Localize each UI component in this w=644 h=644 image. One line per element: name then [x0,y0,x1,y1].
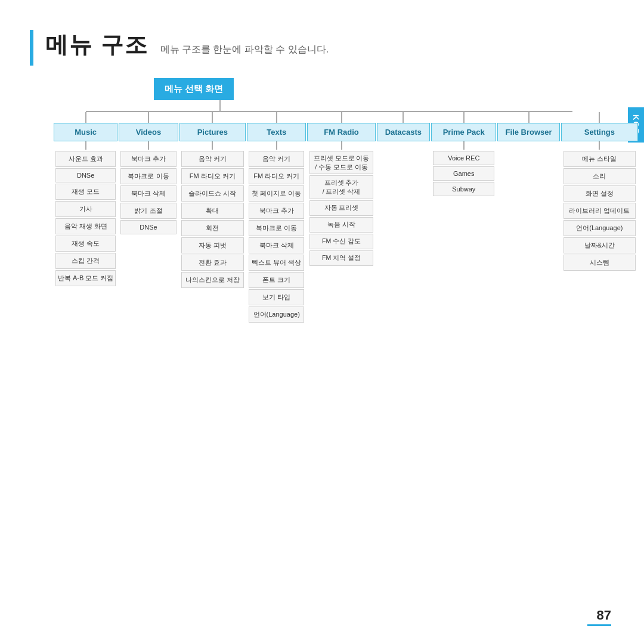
music-item-1: 사운드 효과 [55,151,116,167]
col-texts: Texts 음악 커기 FM 라디오 커기 첫 페이지로 이동 북마크 추가 북… [247,112,306,323]
pictures-item-5: 회전 [181,220,244,236]
music-item-2: DNSe [55,168,116,182]
fmradio-item-5: FM 수신 감도 [309,234,373,249]
fmradio-item-1: 프리셋 모드로 이동/ 수동 모드로 이동 [309,151,373,174]
videos-item-4: 밝기 조절 [120,203,176,219]
accent-bar [30,30,33,66]
col-filebrowser: File Browser [497,112,559,141]
settings-item-2: 소리 [564,168,636,184]
videos-item-5: DNSe [120,220,176,234]
page-number-underline [587,624,611,626]
page: 메뉴 구조 메뉴 구조를 한눈에 파악할 수 있습니다. KOR 메뉴 선택 화… [0,0,644,644]
music-item-7: 스킵 간격 [55,253,116,269]
h-connector [86,111,572,112]
page-title: 메뉴 구조 [45,30,148,60]
settings-item-1: 메뉴 스타일 [564,151,636,167]
col-settings: Settings 메뉴 스타일 소리 화면 설정 라이브러리 업데이트 언어(L… [561,112,638,271]
primepack-item-2: Games [433,166,494,181]
settings-item-6: 날짜&시간 [564,237,636,253]
settings-item-3: 화면 설정 [564,185,636,202]
cat-primepack: Prime Pack [431,123,496,141]
videos-item-3: 북마크 삭제 [120,185,176,202]
cat-settings: Settings [561,123,638,141]
music-item-8: 반복 A-B 모드 커짐 [55,270,116,286]
videos-item-1: 북마크 추가 [120,151,176,167]
texts-item-7: 텍스트 뷰어 색상 [249,255,304,271]
vline-music [85,112,86,123]
col-videos: Videos 북마크 추가 북마크로 이동 북마크 삭제 밝기 조절 DNSe [119,112,178,234]
music-item-6: 재생 속도 [55,236,116,252]
col-datacasts: Datacasts [377,112,430,141]
texts-item-2: FM 라디오 커기 [249,168,304,184]
root-node: 메뉴 선택 화면 [154,78,234,100]
fmradio-item-4: 녹음 시작 [309,217,373,233]
texts-item-10: 언어(Language) [249,306,304,323]
music-item-4: 가사 [55,201,116,217]
texts-item-6: 북마크 삭제 [249,237,304,253]
col-music: Music 사운드 효과 DNSe 재생 모드 가사 음악 재생 화면 재생 속… [54,112,117,286]
col-primepack: Prime Pack Voice REC Games Subway [431,112,496,196]
cat-music: Music [54,123,117,141]
pictures-item-8: 나의스킨으로 저장 [181,272,244,288]
texts-item-3: 첫 페이지로 이동 [249,185,304,202]
page-number: 87 [597,608,611,623]
pictures-item-2: FM 라디오 커기 [181,168,244,184]
categories-row: Music 사운드 효과 DNSe 재생 모드 가사 음악 재생 화면 재생 속… [54,112,638,323]
page-subtitle: 메뉴 구조를 한눈에 파악할 수 있습니다. [160,44,329,56]
pictures-item-1: 음악 커기 [181,151,244,167]
pictures-item-4: 확대 [181,203,244,219]
pictures-item-7: 전환 효과 [181,255,244,271]
fmradio-item-6: FM 지역 설정 [309,250,373,266]
root-vline [219,100,221,112]
primepack-item-3: Subway [433,182,494,196]
pictures-item-6: 자동 피벗 [181,237,244,253]
cat-texts: Texts [247,123,306,141]
col-pictures: Pictures 음악 커기 FM 라디오 커기 슬라이드쇼 시작 확대 회전 … [179,112,246,288]
tree-diagram: 메뉴 선택 화면 Music 사운드 효과 DNSe 재생 모드 [54,78,638,323]
settings-item-7: 시스템 [564,255,636,271]
texts-item-5: 북마크로 이동 [249,220,304,236]
texts-item-9: 보기 타입 [249,289,304,305]
pictures-item-3: 슬라이드쇼 시작 [181,185,244,202]
music-item-5: 음악 재생 화면 [55,218,116,234]
cat-filebrowser: File Browser [497,123,559,141]
fmradio-item-2: 프리셋 추가/ 프리셋 삭제 [309,175,373,199]
primepack-item-1: Voice REC [433,151,494,165]
settings-item-4: 라이브러리 업데이트 [564,203,636,219]
cat-videos: Videos [119,123,178,141]
cat-pictures: Pictures [179,123,246,141]
fmradio-item-3: 자동 프리셋 [309,200,373,216]
cat-datacasts: Datacasts [377,123,430,141]
texts-item-4: 북마크 추가 [249,203,304,219]
col-fmradio: FM Radio 프리셋 모드로 이동/ 수동 모드로 이동 프리셋 추가/ 프… [307,112,375,266]
settings-item-5: 언어(Language) [564,220,636,236]
cat-fmradio: FM Radio [307,123,375,141]
texts-item-8: 폰트 크기 [249,272,304,288]
videos-item-2: 북마크로 이동 [120,168,176,184]
texts-item-1: 음악 커기 [249,151,304,167]
music-item-3: 재생 모드 [55,184,116,200]
